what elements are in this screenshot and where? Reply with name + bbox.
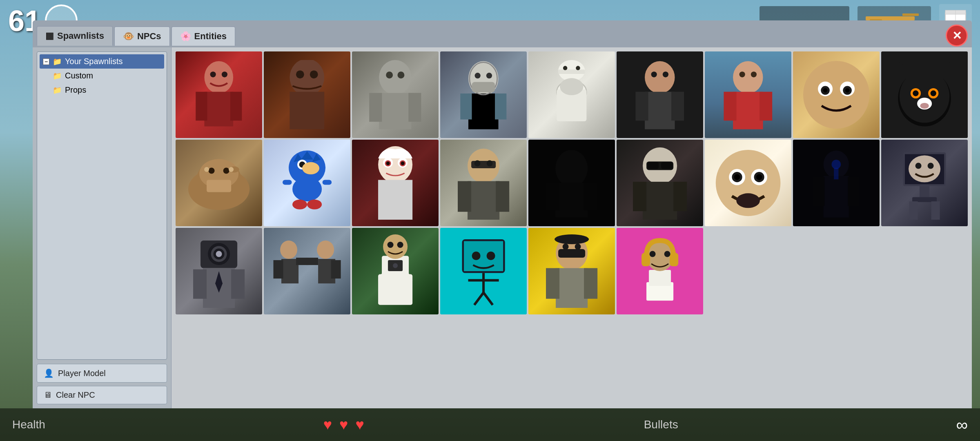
svg-point-37 xyxy=(645,61,675,94)
spawn-item-12[interactable] xyxy=(352,140,439,226)
spawn-item-3[interactable] xyxy=(352,51,439,138)
svg-rect-146 xyxy=(281,259,298,283)
spawn-item-2[interactable] xyxy=(264,51,350,138)
svg-rect-24 xyxy=(460,94,472,120)
svg-point-11 xyxy=(222,71,227,77)
spawn-item-16[interactable] xyxy=(705,140,791,226)
svg-rect-122 xyxy=(824,176,849,218)
svg-point-164 xyxy=(472,252,480,260)
spawn-item-5[interactable] xyxy=(528,51,615,138)
svg-rect-98 xyxy=(496,181,509,212)
svg-point-70 xyxy=(223,167,229,174)
svg-rect-180 xyxy=(649,270,671,286)
spawn-item-10[interactable] xyxy=(176,140,262,226)
tree-item-your-spawnlists[interactable]: − 📁 Your Spawnlists xyxy=(40,54,164,69)
svg-point-28 xyxy=(486,73,492,78)
svg-rect-105 xyxy=(584,183,598,211)
spawn-item-13[interactable] xyxy=(440,140,527,226)
svg-point-158 xyxy=(397,242,403,248)
svg-point-16 xyxy=(379,60,411,95)
svg-point-102 xyxy=(555,150,588,187)
svg-rect-124 xyxy=(848,177,859,206)
clear-npc-label: Clear NPC xyxy=(56,390,95,400)
svg-point-65 xyxy=(920,103,929,109)
spawn-item-17[interactable] xyxy=(793,140,880,226)
svg-point-145 xyxy=(280,241,297,259)
svg-rect-31 xyxy=(558,70,585,74)
tab-npcs[interactable]: 🐵 NPCs xyxy=(114,27,170,46)
spawn-item-21[interactable] xyxy=(352,228,439,314)
close-button[interactable]: ✕ xyxy=(946,24,968,47)
spawn-item-19[interactable] xyxy=(176,228,262,314)
svg-point-129 xyxy=(909,155,940,182)
spawn-item-24[interactable] xyxy=(617,228,703,314)
svg-rect-108 xyxy=(633,182,646,211)
sidebar: − 📁 Your Spawnlists 📁 Custom 📁 Props xyxy=(33,47,172,408)
spawn-item-4[interactable] xyxy=(440,51,527,138)
svg-rect-163 xyxy=(464,241,503,271)
svg-point-12 xyxy=(290,60,325,96)
svg-rect-107 xyxy=(643,182,677,220)
tree-item-custom[interactable]: 📁 Custom xyxy=(49,69,164,83)
tab-entities[interactable]: 🌸 Entities xyxy=(172,27,235,46)
svg-point-20 xyxy=(386,71,393,78)
clear-npc-button[interactable]: 🖥 Clear NPC xyxy=(37,386,167,404)
spawn-item-18[interactable] xyxy=(881,140,968,226)
svg-rect-25 xyxy=(495,94,506,120)
svg-point-93 xyxy=(386,161,390,165)
tab-spawnlists[interactable]: ▦ Spawnlists xyxy=(37,26,113,46)
spawn-item-1[interactable] xyxy=(176,51,262,138)
spawn-item-9[interactable] xyxy=(881,51,968,138)
svg-point-36 xyxy=(576,66,580,70)
health-label: Health xyxy=(12,418,45,431)
svg-point-42 xyxy=(663,71,668,77)
spawn-item-20[interactable] xyxy=(264,228,350,314)
tree-item-props[interactable]: 📁 Props xyxy=(49,83,164,97)
svg-point-49 xyxy=(803,61,869,129)
svg-point-43 xyxy=(733,61,763,94)
svg-rect-147 xyxy=(273,260,283,278)
svg-point-185 xyxy=(664,251,670,257)
svg-rect-173 xyxy=(584,268,597,298)
svg-point-119 xyxy=(756,174,762,180)
svg-rect-154 xyxy=(378,274,412,305)
svg-point-21 xyxy=(398,71,405,78)
svg-rect-109 xyxy=(673,182,687,211)
svg-point-27 xyxy=(475,73,481,78)
svg-point-63 xyxy=(930,90,936,96)
svg-point-85 xyxy=(292,200,307,209)
spawn-item-22[interactable] xyxy=(440,228,527,314)
svg-line-169 xyxy=(483,293,493,305)
svg-rect-171 xyxy=(556,268,588,308)
spawn-item-23[interactable] xyxy=(528,228,615,314)
svg-point-157 xyxy=(387,242,393,248)
svg-rect-8 xyxy=(196,92,207,121)
svg-point-47 xyxy=(739,71,745,77)
tree-root: − 📁 Your Spawnlists 📁 Custom 📁 Props xyxy=(37,51,167,360)
svg-rect-18 xyxy=(369,93,382,122)
svg-point-184 xyxy=(649,251,655,257)
tab-spawnlists-label: Spawnlists xyxy=(57,31,104,41)
svg-rect-23 xyxy=(468,94,498,129)
player-model-button[interactable]: 👤 Player Model xyxy=(37,364,167,383)
svg-point-15 xyxy=(310,71,318,79)
svg-rect-29 xyxy=(472,82,495,92)
svg-rect-39 xyxy=(636,92,648,121)
npcs-icon: 🐵 xyxy=(123,31,134,42)
spawn-item-14[interactable] xyxy=(528,140,615,226)
svg-rect-38 xyxy=(645,92,675,129)
entities-icon: 🌸 xyxy=(180,31,191,42)
spawn-item-6[interactable] xyxy=(617,51,703,138)
svg-rect-97 xyxy=(458,181,471,212)
svg-line-168 xyxy=(474,293,483,305)
spawn-item-8[interactable] xyxy=(793,51,880,138)
svg-point-73 xyxy=(204,167,209,172)
spawn-item-7[interactable] xyxy=(705,51,791,138)
svg-point-41 xyxy=(651,71,657,77)
spawn-item-15[interactable] xyxy=(617,140,703,226)
close-icon: ✕ xyxy=(952,29,962,42)
grid-area xyxy=(172,47,972,408)
spawn-item-11[interactable] xyxy=(264,140,350,226)
folder-icon: 📁 xyxy=(53,57,62,66)
svg-rect-1 xyxy=(902,13,919,16)
